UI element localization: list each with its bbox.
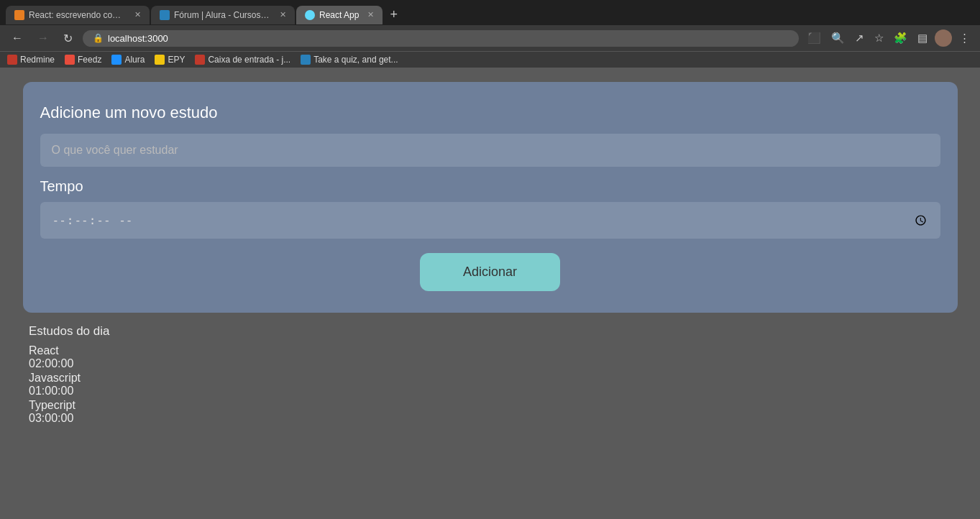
tab-bar: React: escrevendo com Typescrip ✕ Fórum … [0,0,980,25]
add-button-wrapper: Adicionar [40,253,940,291]
bookmark-gmail-label: Caixa de entrada - j... [208,55,290,65]
tab2-favicon [160,10,170,20]
alura-icon [111,55,122,65]
gmail-icon [195,55,205,65]
url-text: localhost:3000 [108,33,168,44]
study-time-react: 02:00:00 [29,357,951,370]
tab1-label: React: escrevendo com Typescrip [29,10,126,20]
lock-icon: 🔒 [93,33,104,43]
studies-heading: Estudos do dia [29,324,951,339]
form-card: Adicione um novo estudo Tempo Adicionar [23,82,958,313]
feedz-icon [65,55,75,65]
sidebar-icon[interactable]: ▤ [915,30,930,46]
bookmark-quiz-label: Take a quiz, and get... [313,55,398,65]
tab2-close[interactable]: ✕ [280,10,286,19]
time-input[interactable] [40,202,940,239]
redmine-icon [7,55,17,65]
tab1-favicon [14,10,24,20]
bookmark-feedz[interactable]: Feedz [65,55,101,65]
study-input[interactable] [40,134,940,167]
screenshot-icon[interactable]: ⬛ [805,30,824,46]
quiz-icon [301,55,311,65]
bookmark-epy-label: EPY [168,55,185,65]
tab2-label: Fórum | Alura - Cursos online de [174,10,271,20]
time-input-wrapper [40,202,940,239]
back-button[interactable]: ← [7,30,27,46]
list-item: React 02:00:00 [29,344,951,370]
bookmark-star-icon[interactable]: ☆ [871,30,887,46]
tab-react-app[interactable]: React App ✕ [296,6,383,24]
study-name-typescript: Typecript [29,399,951,412]
study-name-react: React [29,344,951,357]
address-bar[interactable]: 🔒 localhost:3000 [83,30,799,47]
nav-icons: ⬛ 🔍 ↗ ☆ 🧩 ▤ ⋮ [805,29,973,47]
bookmark-epy[interactable]: EPY [155,55,185,65]
bookmark-redmine-label: Redmine [20,55,55,65]
bookmark-alura-label: Alura [124,55,145,65]
extensions-icon[interactable]: 🧩 [891,30,910,46]
zoom-icon[interactable]: 🔍 [828,30,848,46]
bookmark-quiz[interactable]: Take a quiz, and get... [301,55,398,65]
page-content: Adicione um novo estudo Tempo Adicionar … [0,68,980,515]
browser-chrome: React: escrevendo com Typescrip ✕ Fórum … [0,0,980,68]
bookmark-alura[interactable]: Alura [111,55,145,65]
bookmarks-bar: Redmine Feedz Alura EPY Caixa de entrada… [0,51,980,68]
tab-react-typescript[interactable]: React: escrevendo com Typescrip ✕ [6,6,150,24]
list-item: Javascript 01:00:00 [29,372,951,398]
bookmark-feedz-label: Feedz [78,55,101,65]
epy-icon [155,55,165,65]
list-item: Typecript 03:00:00 [29,399,951,425]
tab3-close[interactable]: ✕ [367,10,374,19]
nav-bar: ← → ↻ 🔒 localhost:3000 ⬛ 🔍 ↗ ☆ 🧩 ▤ ⋮ [0,25,980,51]
bookmark-redmine[interactable]: Redmine [7,55,55,65]
tab3-label: React App [319,10,359,20]
forward-button[interactable]: → [33,30,53,46]
tab1-close[interactable]: ✕ [134,10,141,19]
study-time-javascript: 01:00:00 [29,385,951,398]
reload-button[interactable]: ↻ [59,30,77,47]
bookmark-gmail[interactable]: Caixa de entrada - j... [195,55,290,65]
tab3-favicon [305,10,315,20]
new-tab-button[interactable]: + [384,4,403,25]
tempo-label: Tempo [40,178,940,195]
form-title: Adicione um novo estudo [40,104,940,122]
menu-icon[interactable]: ⋮ [956,30,973,46]
study-name-javascript: Javascript [29,372,951,385]
share-icon[interactable]: ↗ [852,30,867,46]
study-time-typescript: 03:00:00 [29,412,951,425]
tab-alura-forum[interactable]: Fórum | Alura - Cursos online de ✕ [151,6,295,24]
add-button[interactable]: Adicionar [420,253,560,291]
profile-avatar[interactable] [935,29,952,47]
studies-list: Estudos do dia React 02:00:00 Javascript… [14,313,966,438]
